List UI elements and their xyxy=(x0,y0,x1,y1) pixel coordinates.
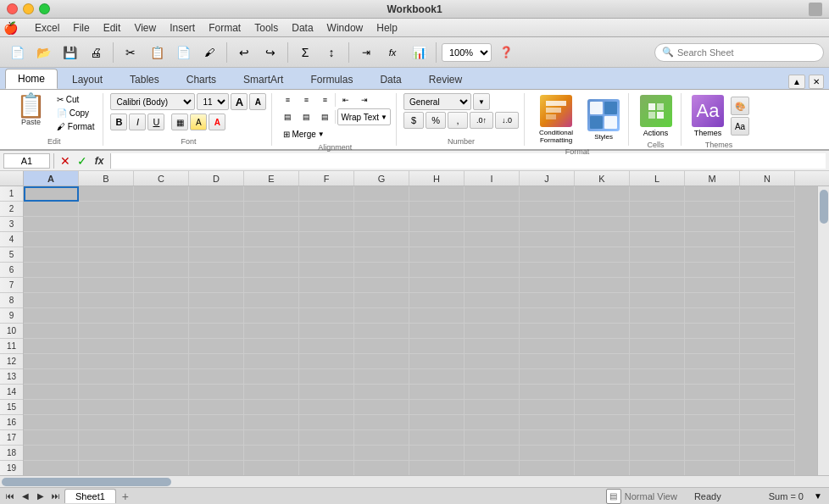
cell-M16[interactable] xyxy=(685,415,740,430)
format-painter-btn[interactable]: 🖌 Format xyxy=(53,120,97,133)
cell-I17[interactable] xyxy=(465,430,520,446)
col-header-H[interactable]: H xyxy=(409,171,465,186)
cell-I12[interactable] xyxy=(465,354,520,369)
cell-J5[interactable] xyxy=(520,247,575,263)
cell-B11[interactable] xyxy=(79,339,134,354)
cell-G7[interactable] xyxy=(354,278,409,293)
sheet-nav-first[interactable]: ⏮ xyxy=(3,490,17,503)
menu-file[interactable]: File xyxy=(66,20,96,36)
cell-D17[interactable] xyxy=(189,430,244,446)
cell-K19[interactable] xyxy=(575,461,630,475)
cell-K8[interactable] xyxy=(575,293,630,308)
cell-L8[interactable] xyxy=(630,293,685,308)
row-header-12[interactable]: 12 xyxy=(0,354,23,369)
cell-B17[interactable] xyxy=(79,430,134,446)
cell-N13[interactable] xyxy=(740,369,795,385)
cell-M13[interactable] xyxy=(685,369,740,385)
row-header-19[interactable]: 19 xyxy=(0,461,23,475)
cell-B7[interactable] xyxy=(79,278,134,293)
align-right-btn[interactable]: ▤ xyxy=(316,110,333,124)
cell-B19[interactable] xyxy=(79,461,134,475)
toolbar-sort[interactable]: ↕ xyxy=(320,41,343,64)
cell-F6[interactable] xyxy=(299,263,354,278)
font-shrink-btn[interactable]: A xyxy=(249,93,266,110)
cell-D13[interactable] xyxy=(189,369,244,385)
cell-I18[interactable] xyxy=(465,446,520,461)
cell-M2[interactable] xyxy=(685,202,740,217)
tab-tables[interactable]: Tables xyxy=(117,69,172,89)
cell-A3[interactable] xyxy=(24,217,79,232)
row-header-1[interactable]: 1 xyxy=(0,186,23,202)
cell-K16[interactable] xyxy=(575,415,630,430)
cell-C19[interactable] xyxy=(134,461,189,475)
row-header-11[interactable]: 11 xyxy=(0,339,23,354)
cell-M17[interactable] xyxy=(685,430,740,446)
cell-F1[interactable] xyxy=(299,186,354,202)
row-header-17[interactable]: 17 xyxy=(0,430,23,446)
actions-btn[interactable]: Actions xyxy=(637,93,676,139)
toolbar-function[interactable]: fx xyxy=(381,41,404,64)
conditional-formatting-btn[interactable]: Conditional Formatting xyxy=(531,93,581,146)
cell-D11[interactable] xyxy=(189,339,244,354)
cell-L10[interactable] xyxy=(630,324,685,339)
minimize-button[interactable] xyxy=(23,3,34,14)
cell-F3[interactable] xyxy=(299,217,354,232)
cell-F17[interactable] xyxy=(299,430,354,446)
cell-I3[interactable] xyxy=(465,217,520,232)
formula-input[interactable] xyxy=(110,153,826,169)
cell-C2[interactable] xyxy=(134,202,189,217)
cell-M7[interactable] xyxy=(685,278,740,293)
cell-F15[interactable] xyxy=(299,400,354,415)
cell-J14[interactable] xyxy=(520,385,575,400)
cell-K14[interactable] xyxy=(575,385,630,400)
row-header-13[interactable]: 13 xyxy=(0,369,23,385)
font-grow-btn[interactable]: A xyxy=(231,93,248,110)
cell-C11[interactable] xyxy=(134,339,189,354)
cell-D9[interactable] xyxy=(189,308,244,324)
cell-E14[interactable] xyxy=(244,385,299,400)
cell-I13[interactable] xyxy=(465,369,520,385)
tab-layout[interactable]: Layout xyxy=(59,69,115,89)
cell-I6[interactable] xyxy=(465,263,520,278)
cell-B16[interactable] xyxy=(79,415,134,430)
paste-button[interactable]: 📋 Paste xyxy=(10,93,52,127)
cell-M12[interactable] xyxy=(685,354,740,369)
cell-A17[interactable] xyxy=(24,430,79,446)
cell-E5[interactable] xyxy=(244,247,299,263)
cell-B9[interactable] xyxy=(79,308,134,324)
cell-B6[interactable] xyxy=(79,263,134,278)
cell-F13[interactable] xyxy=(299,369,354,385)
cell-N9[interactable] xyxy=(740,308,795,324)
col-header-D[interactable]: D xyxy=(189,171,244,186)
cell-D12[interactable] xyxy=(189,354,244,369)
cell-H14[interactable] xyxy=(409,385,465,400)
cell-D14[interactable] xyxy=(189,385,244,400)
cell-A18[interactable] xyxy=(24,446,79,461)
col-header-C[interactable]: C xyxy=(134,171,189,186)
cell-B5[interactable] xyxy=(79,247,134,263)
cell-H3[interactable] xyxy=(409,217,465,232)
cell-reference[interactable]: A1 xyxy=(3,153,50,169)
cell-H15[interactable] xyxy=(409,400,465,415)
cell-L7[interactable] xyxy=(630,278,685,293)
cell-H4[interactable] xyxy=(409,232,465,247)
cell-N17[interactable] xyxy=(740,430,795,446)
search-input[interactable] xyxy=(677,47,816,58)
row-header-10[interactable]: 10 xyxy=(0,324,23,339)
cell-A1[interactable] xyxy=(24,186,79,202)
fill-color-btn[interactable]: A xyxy=(190,114,207,130)
cell-J7[interactable] xyxy=(520,278,575,293)
cell-H5[interactable] xyxy=(409,247,465,263)
cell-I16[interactable] xyxy=(465,415,520,430)
cell-A8[interactable] xyxy=(24,293,79,308)
copy-btn[interactable]: 📄 Copy xyxy=(53,107,97,119)
cell-H2[interactable] xyxy=(409,202,465,217)
maximize-button[interactable] xyxy=(39,3,50,14)
cell-F2[interactable] xyxy=(299,202,354,217)
cell-K1[interactable] xyxy=(575,186,630,202)
cell-G14[interactable] xyxy=(354,385,409,400)
menu-format[interactable]: Format xyxy=(202,20,248,36)
cancel-formula-btn[interactable]: ✕ xyxy=(58,153,73,169)
cell-F4[interactable] xyxy=(299,232,354,247)
cell-E3[interactable] xyxy=(244,217,299,232)
